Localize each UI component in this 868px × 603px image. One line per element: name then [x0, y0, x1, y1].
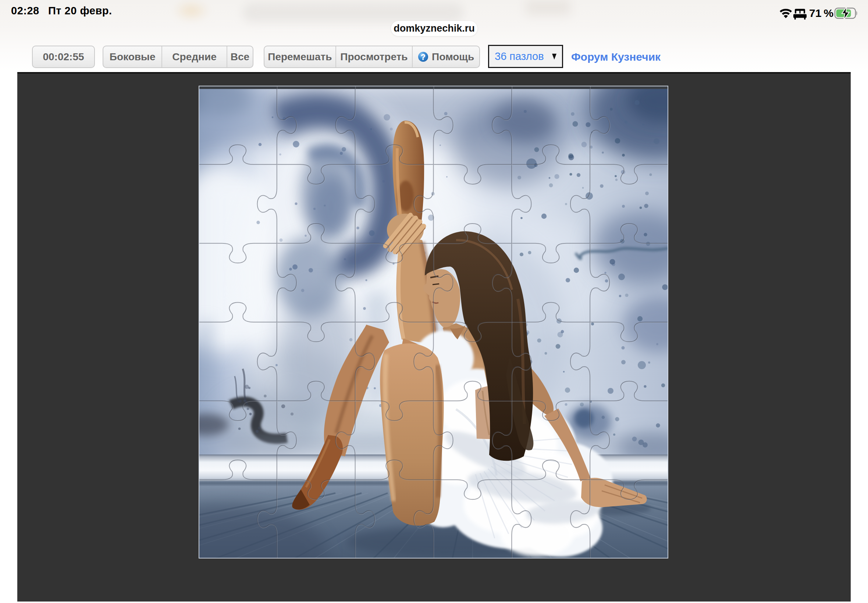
- svg-text:71 %: 71 %: [809, 7, 834, 19]
- svg-text:?: ?: [421, 53, 425, 62]
